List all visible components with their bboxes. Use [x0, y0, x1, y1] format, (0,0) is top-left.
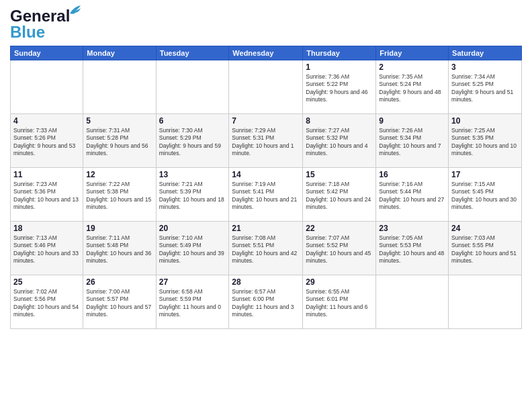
day-info: Sunrise: 7:02 AM Sunset: 5:56 PM Dayligh…	[13, 288, 80, 319]
day-number: 8	[306, 116, 373, 126]
day-number: 17	[451, 170, 519, 179]
day-info: Sunrise: 7:34 AM Sunset: 5:25 PM Dayligh…	[451, 73, 519, 104]
day-info: Sunrise: 7:18 AM Sunset: 5:42 PM Dayligh…	[306, 181, 373, 212]
day-info: Sunrise: 7:00 AM Sunset: 5:57 PM Dayligh…	[86, 288, 152, 319]
calendar-week-1: 1Sunrise: 7:36 AM Sunset: 5:22 PM Daylig…	[11, 60, 522, 114]
day-number: 4	[13, 116, 80, 126]
day-number: 1	[306, 62, 373, 72]
page-header: General Blue	[10, 7, 522, 42]
day-info: Sunrise: 6:55 AM Sunset: 6:01 PM Dayligh…	[306, 288, 373, 319]
logo-bird-icon	[69, 4, 82, 16]
calendar-table: SundayMondayTuesdayWednesdayThursdayFrid…	[10, 46, 522, 329]
day-number: 16	[379, 170, 445, 179]
day-info: Sunrise: 7:19 AM Sunset: 5:41 PM Dayligh…	[232, 181, 300, 212]
calendar-cell: 6Sunrise: 7:30 AM Sunset: 5:29 PM Daylig…	[156, 114, 229, 168]
day-info: Sunrise: 7:15 AM Sunset: 5:45 PM Dayligh…	[451, 181, 519, 212]
day-number: 15	[306, 170, 373, 179]
day-number: 12	[86, 170, 152, 179]
calendar-cell: 2Sunrise: 7:35 AM Sunset: 5:24 PM Daylig…	[376, 60, 449, 114]
calendar-cell: 3Sunrise: 7:34 AM Sunset: 5:25 PM Daylig…	[449, 60, 522, 114]
calendar-cell: 16Sunrise: 7:16 AM Sunset: 5:44 PM Dayli…	[376, 168, 449, 222]
calendar-week-3: 11Sunrise: 7:23 AM Sunset: 5:36 PM Dayli…	[11, 168, 522, 222]
day-info: Sunrise: 7:25 AM Sunset: 5:35 PM Dayligh…	[451, 127, 519, 158]
day-number: 23	[379, 224, 445, 233]
day-number: 2	[379, 62, 445, 72]
day-info: Sunrise: 7:10 AM Sunset: 5:49 PM Dayligh…	[159, 234, 226, 265]
day-info: Sunrise: 7:21 AM Sunset: 5:39 PM Dayligh…	[159, 181, 226, 212]
day-number: 22	[306, 224, 373, 233]
day-number: 28	[232, 277, 300, 287]
day-number: 29	[306, 277, 373, 287]
day-info: Sunrise: 7:36 AM Sunset: 5:22 PM Dayligh…	[306, 73, 373, 104]
day-info: Sunrise: 7:30 AM Sunset: 5:29 PM Dayligh…	[159, 127, 226, 158]
day-number: 19	[86, 224, 152, 233]
calendar-dow-wednesday: Wednesday	[229, 46, 303, 60]
day-number: 18	[13, 224, 80, 233]
day-info: Sunrise: 7:16 AM Sunset: 5:44 PM Dayligh…	[379, 181, 445, 212]
day-number: 27	[159, 277, 226, 287]
day-number: 20	[159, 224, 226, 233]
calendar-cell	[83, 60, 156, 114]
calendar-cell: 23Sunrise: 7:05 AM Sunset: 5:53 PM Dayli…	[376, 222, 449, 275]
calendar-cell: 9Sunrise: 7:26 AM Sunset: 5:34 PM Daylig…	[376, 114, 449, 168]
calendar-cell	[156, 60, 229, 114]
calendar-dow-monday: Monday	[83, 46, 156, 60]
day-number: 6	[159, 116, 226, 126]
day-info: Sunrise: 6:58 AM Sunset: 5:59 PM Dayligh…	[159, 288, 226, 319]
calendar-cell: 12Sunrise: 7:22 AM Sunset: 5:38 PM Dayli…	[83, 168, 156, 222]
day-info: Sunrise: 7:22 AM Sunset: 5:38 PM Dayligh…	[86, 181, 152, 212]
calendar-dow-thursday: Thursday	[303, 46, 376, 60]
calendar-cell: 22Sunrise: 7:07 AM Sunset: 5:52 PM Dayli…	[303, 222, 376, 275]
day-info: Sunrise: 7:35 AM Sunset: 5:24 PM Dayligh…	[379, 73, 445, 104]
day-info: Sunrise: 7:13 AM Sunset: 5:46 PM Dayligh…	[13, 234, 80, 265]
day-number: 26	[86, 277, 152, 287]
day-info: Sunrise: 6:57 AM Sunset: 6:00 PM Dayligh…	[232, 288, 300, 319]
calendar-week-5: 25Sunrise: 7:02 AM Sunset: 5:56 PM Dayli…	[11, 275, 522, 329]
day-number: 14	[232, 170, 300, 179]
day-info: Sunrise: 7:03 AM Sunset: 5:55 PM Dayligh…	[451, 234, 519, 265]
calendar-header-row: SundayMondayTuesdayWednesdayThursdayFrid…	[11, 46, 522, 60]
calendar-week-4: 18Sunrise: 7:13 AM Sunset: 5:46 PM Dayli…	[11, 222, 522, 275]
calendar-cell: 14Sunrise: 7:19 AM Sunset: 5:41 PM Dayli…	[229, 168, 303, 222]
day-info: Sunrise: 7:05 AM Sunset: 5:53 PM Dayligh…	[379, 234, 445, 265]
day-info: Sunrise: 7:27 AM Sunset: 5:32 PM Dayligh…	[306, 127, 373, 158]
calendar-dow-tuesday: Tuesday	[156, 46, 229, 60]
calendar-dow-sunday: Sunday	[11, 46, 83, 60]
calendar-cell: 19Sunrise: 7:11 AM Sunset: 5:48 PM Dayli…	[83, 222, 156, 275]
day-number: 10	[451, 116, 519, 126]
calendar-cell: 8Sunrise: 7:27 AM Sunset: 5:32 PM Daylig…	[303, 114, 376, 168]
day-info: Sunrise: 7:08 AM Sunset: 5:51 PM Dayligh…	[232, 234, 300, 265]
calendar-cell: 29Sunrise: 6:55 AM Sunset: 6:01 PM Dayli…	[303, 275, 376, 329]
day-number: 3	[451, 62, 519, 72]
day-number: 11	[13, 170, 80, 179]
calendar-cell	[376, 275, 449, 329]
day-number: 25	[13, 277, 80, 287]
logo: General Blue	[10, 7, 70, 42]
day-number: 5	[86, 116, 152, 126]
logo-general: General	[10, 7, 70, 25]
calendar-cell: 18Sunrise: 7:13 AM Sunset: 5:46 PM Dayli…	[11, 222, 83, 275]
calendar-dow-friday: Friday	[376, 46, 449, 60]
calendar-cell: 21Sunrise: 7:08 AM Sunset: 5:51 PM Dayli…	[229, 222, 303, 275]
calendar-cell: 13Sunrise: 7:21 AM Sunset: 5:39 PM Dayli…	[156, 168, 229, 222]
calendar-cell	[229, 60, 303, 114]
day-info: Sunrise: 7:11 AM Sunset: 5:48 PM Dayligh…	[86, 234, 152, 265]
calendar-cell: 27Sunrise: 6:58 AM Sunset: 5:59 PM Dayli…	[156, 275, 229, 329]
day-info: Sunrise: 7:26 AM Sunset: 5:34 PM Dayligh…	[379, 127, 445, 158]
day-info: Sunrise: 7:29 AM Sunset: 5:31 PM Dayligh…	[232, 127, 300, 158]
calendar-cell: 7Sunrise: 7:29 AM Sunset: 5:31 PM Daylig…	[229, 114, 303, 168]
day-number: 9	[379, 116, 445, 126]
calendar-cell	[449, 275, 522, 329]
day-number: 24	[451, 224, 519, 233]
day-number: 7	[232, 116, 300, 126]
calendar-cell: 26Sunrise: 7:00 AM Sunset: 5:57 PM Dayli…	[83, 275, 156, 329]
calendar-dow-saturday: Saturday	[449, 46, 522, 60]
calendar-cell: 28Sunrise: 6:57 AM Sunset: 6:00 PM Dayli…	[229, 275, 303, 329]
calendar-cell: 20Sunrise: 7:10 AM Sunset: 5:49 PM Dayli…	[156, 222, 229, 275]
day-info: Sunrise: 7:07 AM Sunset: 5:52 PM Dayligh…	[306, 234, 373, 265]
day-info: Sunrise: 7:33 AM Sunset: 5:26 PM Dayligh…	[13, 127, 80, 158]
day-number: 13	[159, 170, 226, 179]
calendar-cell: 1Sunrise: 7:36 AM Sunset: 5:22 PM Daylig…	[303, 60, 376, 114]
calendar-cell: 25Sunrise: 7:02 AM Sunset: 5:56 PM Dayli…	[11, 275, 83, 329]
calendar-cell: 11Sunrise: 7:23 AM Sunset: 5:36 PM Dayli…	[11, 168, 83, 222]
